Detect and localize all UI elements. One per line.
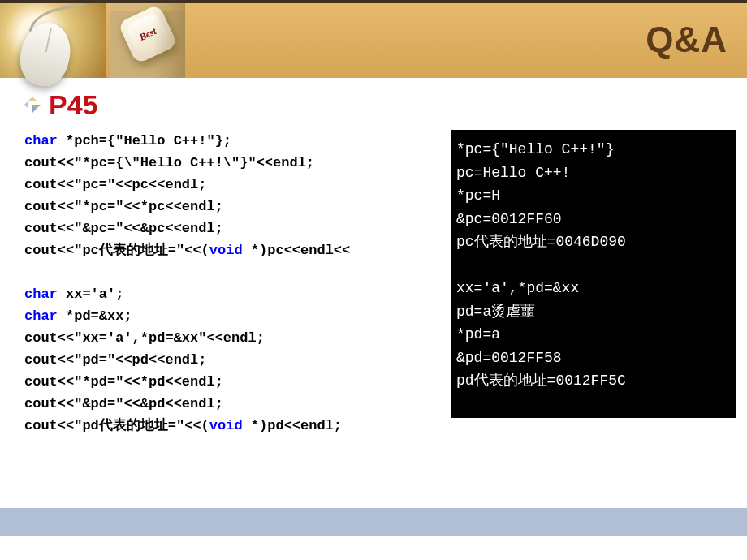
kw-char: char [24,286,58,302]
code-line: cout<<"pc="<<pc<<endl; [24,177,206,192]
mouse-image [0,3,106,78]
code-line: cout<<"*pd="<<*pd<<endl; [24,374,223,390]
kw-void: void [209,243,243,258]
console-line: *pd=a [456,326,500,342]
kw-void: void [209,418,243,433]
source-code-panel: char *pch={"Hello C++!"}; cout<<"*pc={\"… [24,130,451,418]
diamond-bullet-icon [24,97,41,113]
slide: Best Q&A P45 char *pch={"Hello C++!"}; c… [0,0,747,560]
keycap-image: Best [110,3,185,78]
console-output-panel: *pc={"Hello C++!"} pc=Hello C++! *pc=H &… [451,130,736,418]
code-line: cout<<"pd代表的地址="<<( [24,418,209,433]
code-line: xx='a'; [58,286,124,302]
code-line: cout<<"pc代表的地址="<<( [24,243,209,258]
console-line: xx='a',*pd=&xx [456,280,579,296]
kw-char: char [24,133,58,149]
code-line: cout<<"xx='a',*pd=&xx"<<endl; [24,330,265,346]
bullet-label: P45 [49,91,98,118]
bullet-row: P45 [24,91,98,118]
code-line: cout<<"&pc="<<&pc<<endl; [24,221,223,236]
kb-shadow [153,3,185,78]
console-line: &pc=0012FF60 [456,211,562,227]
console-line: pc代表的地址=0046D090 [456,234,626,250]
content-row: char *pch={"Hello C++!"}; cout<<"*pc={\"… [24,130,736,418]
console-line: pd代表的地址=0012FF5C [456,373,626,389]
code-line: cout<<"*pc="<<*pc<<endl; [24,199,223,214]
console-line: *pc=H [456,187,500,204]
slide-title: Q&A [646,19,728,60]
code-line: cout<<"pd="<<pd<<endl; [24,352,206,368]
code-line: cout<<"*pc={\"Hello C++!\"}"<<endl; [24,155,314,170]
footer-band [0,508,747,536]
console-line: *pc={"Hello C++!"} [456,141,614,157]
console-line: pd=a烫虐蘁 [456,304,535,320]
kw-char: char [24,308,58,324]
code-line: *)pd<<endl; [243,418,342,433]
header-band: Best Q&A [0,3,747,78]
code-line: *)pc<<endl<< [243,243,351,258]
console-line: pc=Hello C++! [456,165,570,181]
code-line: cout<<"&pd="<<&pd<<endl; [24,396,223,411]
code-line: *pch={"Hello C++!"}; [58,133,231,149]
code-line: *pd=&xx; [58,308,132,324]
console-line: &pd=0012FF58 [456,350,562,366]
